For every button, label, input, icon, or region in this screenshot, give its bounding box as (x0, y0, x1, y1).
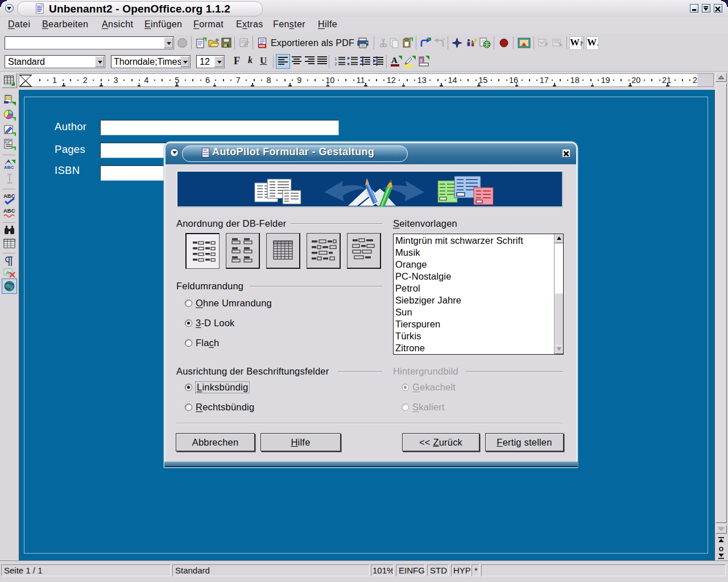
svg-text:ABC: ABC (3, 207, 15, 214)
svg-text:2: 2 (334, 61, 337, 66)
svg-text:A: A (391, 56, 398, 65)
svg-text:ABC: ABC (4, 165, 14, 170)
svg-text:1: 1 (334, 56, 337, 61)
svg-text:g: g (420, 57, 422, 63)
